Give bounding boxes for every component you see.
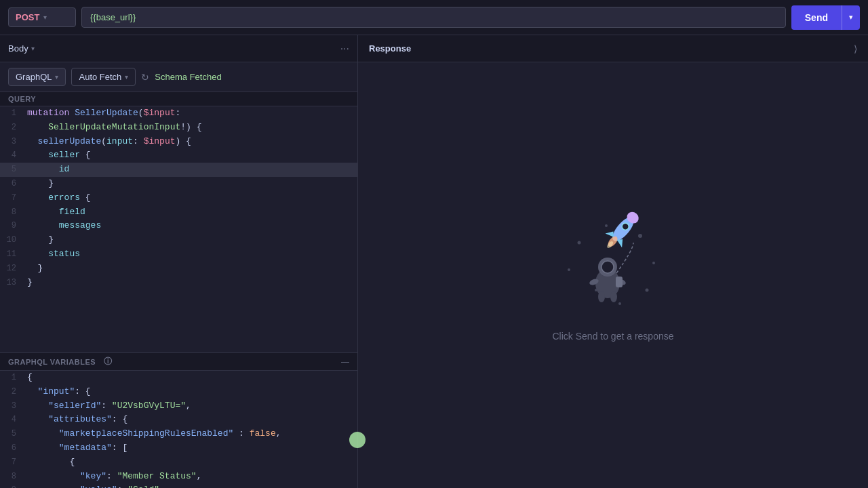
query-line-9: 9 messages [0, 219, 357, 233]
body-tab-bar: Body ▾ ··· [0, 35, 357, 62]
var-line-4: 4 "attributes": { [0, 413, 357, 427]
var-line-8: 8 "key": "Member Status", [0, 470, 357, 484]
variables-editor[interactable]: 1 { 2 "input": { 3 "sellerId": "U2VsbGVy… [0, 371, 357, 488]
graphql-toolbar: GraphQL ▾ Auto Fetch ▾ ↻ Schema Fetched [0, 62, 357, 92]
query-line-8: 8 field [0, 205, 357, 220]
var-line-9: 9 "value": "Gold" [0, 483, 357, 488]
top-bar: POST ▾ Send ▾ [0, 0, 868, 35]
url-input[interactable] [81, 7, 786, 28]
graphql-chevron-icon: ▾ [55, 73, 58, 81]
var-line-6: 6 "metadata": [ [0, 441, 357, 455]
svg-point-2 [638, 234, 642, 238]
query-line-11: 11 status [0, 247, 357, 262]
svg-point-7 [618, 302, 621, 305]
svg-point-13 [598, 291, 605, 302]
var-line-7: 7 { [0, 455, 357, 470]
var-line-5: 5 "marketplaceShippingRulesEnabled" : fa… [0, 427, 357, 441]
method-select[interactable]: POST ▾ [8, 7, 76, 27]
body-tab[interactable]: Body ▾ [8, 43, 35, 54]
refresh-icon[interactable]: ↻ [141, 72, 149, 83]
send-dropdown-button[interactable]: ▾ [842, 5, 860, 30]
svg-point-0 [578, 241, 581, 245]
query-header-label: QUERY [8, 95, 36, 103]
schema-fetched-label: Schema Fetched [155, 72, 221, 82]
chevron-down-icon: ▾ [43, 14, 47, 21]
var-line-3: 3 "sellerId": "U2VsbGVyLTU=", [0, 399, 357, 413]
response-header: Response ⟩ [358, 35, 868, 62]
query-line-7: 7 errors { [0, 191, 357, 205]
svg-rect-15 [616, 277, 623, 287]
query-section-header: QUERY [0, 92, 357, 106]
response-title: Response [369, 43, 411, 54]
svg-point-10 [601, 261, 614, 273]
body-tab-label: Body [8, 43, 28, 54]
auto-fetch-chevron-icon: ▾ [125, 73, 128, 81]
rocket-illustration [559, 209, 667, 317]
graphql-select[interactable]: GraphQL ▾ [8, 68, 66, 86]
send-button-group: Send ▾ [791, 5, 860, 30]
method-label: POST [16, 12, 39, 22]
query-line-6: 6 } [0, 177, 357, 191]
query-editor[interactable]: 1 mutation SellerUpdate($input: 2 Seller… [0, 106, 357, 352]
query-line-12: 12 } [0, 262, 357, 276]
var-line-1: 1 { [0, 371, 357, 385]
query-line-10: 10 } [0, 233, 357, 247]
click-send-text: Click Send to get a response [553, 331, 674, 342]
response-expand-icon[interactable]: ⟩ [854, 43, 857, 54]
var-line-2: 2 "input": { [0, 385, 357, 399]
query-line-5: 5 id [0, 163, 357, 177]
graphql-label: GraphQL [16, 72, 52, 82]
response-body: Click Send to get a response [358, 62, 868, 488]
auto-fetch-button[interactable]: Auto Fetch ▾ [71, 68, 136, 86]
svg-point-4 [652, 262, 655, 264]
query-line-2: 2 SellerUpdateMutationInput!) { [0, 121, 357, 135]
svg-point-1 [605, 224, 608, 227]
query-line-13: 13 } [0, 276, 357, 290]
collapse-icon[interactable]: — [341, 357, 349, 367]
svg-point-14 [610, 291, 617, 302]
info-icon[interactable]: ⓘ [104, 356, 113, 367]
query-line-3: 3 sellerUpdate(input: $input) { [0, 135, 357, 149]
svg-point-3 [568, 268, 570, 271]
auto-fetch-label: Auto Fetch [79, 72, 121, 82]
variables-section-header: GRAPHQL VARIABLES ⓘ — [0, 353, 357, 371]
main-layout: Body ▾ ··· GraphQL ▾ Auto Fetch ▾ ↻ Sche… [0, 35, 868, 488]
query-line-4: 4 seller { [0, 148, 357, 163]
variables-section: GRAPHQL VARIABLES ⓘ — 1 { 2 "input": { [0, 352, 357, 488]
right-panel: Response ⟩ [358, 35, 868, 488]
body-chevron-icon: ▾ [31, 45, 35, 52]
svg-point-6 [646, 289, 649, 292]
left-panel: Body ▾ ··· GraphQL ▾ Auto Fetch ▾ ↻ Sche… [0, 35, 358, 488]
variables-header-label: GRAPHQL VARIABLES [8, 358, 96, 366]
query-section: QUERY 1 mutation SellerUpdate($input: 2 … [0, 92, 357, 352]
query-line-1: 1 mutation SellerUpdate($input: [0, 106, 357, 121]
more-options-icon[interactable]: ··· [340, 43, 349, 55]
send-button[interactable]: Send [791, 5, 842, 30]
